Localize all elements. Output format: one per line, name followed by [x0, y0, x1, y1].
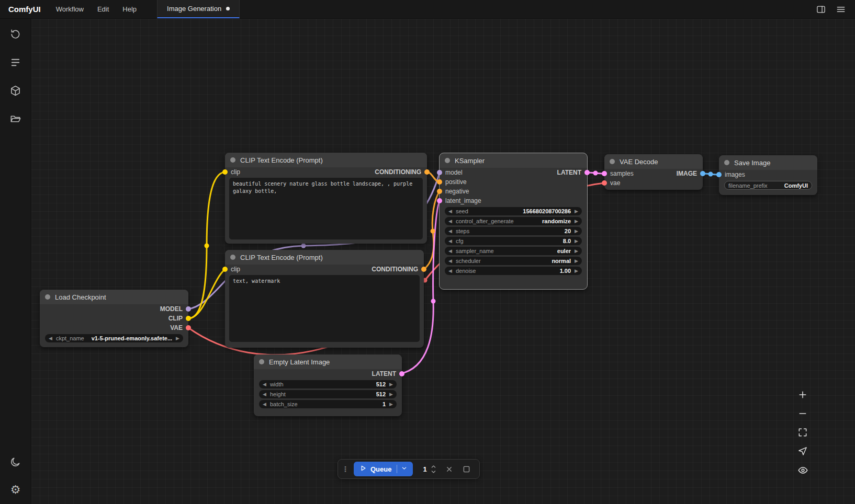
- increment-arrow-icon[interactable]: [575, 227, 578, 235]
- stepper-down-icon[interactable]: [431, 470, 436, 474]
- control-after-generate-widget[interactable]: control_after_generate randomize: [445, 217, 582, 225]
- workflow-history-icon[interactable]: [9, 27, 22, 41]
- workflows-folder-icon[interactable]: [9, 112, 22, 125]
- tab-image-generation[interactable]: Image Generation: [157, 0, 240, 18]
- prompt-textarea[interactable]: beautiful scenery nature glass bottle la…: [229, 178, 423, 239]
- fit-view-icon[interactable]: [796, 427, 809, 438]
- stepper-up-icon[interactable]: [431, 465, 436, 468]
- increment-arrow-icon[interactable]: [575, 247, 578, 255]
- decrement-arrow-icon[interactable]: [448, 257, 452, 265]
- collapse-dot[interactable]: [230, 157, 235, 163]
- increment-arrow-icon[interactable]: [575, 267, 578, 275]
- node-header[interactable]: CLIP Text Encode (Prompt): [225, 250, 424, 265]
- decrement-arrow-icon[interactable]: [263, 390, 266, 398]
- latent-image-input-port[interactable]: [437, 198, 442, 203]
- zoom-out-icon[interactable]: [796, 408, 809, 419]
- node-header[interactable]: Save Image: [719, 155, 817, 170]
- toggle-visibility-eye-icon[interactable]: [796, 464, 809, 476]
- seed-widget[interactable]: seed 156680208700286: [445, 207, 582, 215]
- increment-arrow-icon[interactable]: [389, 390, 393, 398]
- queue-list-icon[interactable]: [9, 55, 22, 69]
- conditioning-output-port[interactable]: [421, 267, 426, 272]
- decrement-arrow-icon[interactable]: [448, 247, 452, 255]
- node-header[interactable]: KSampler: [440, 153, 587, 168]
- drag-handle-icon[interactable]: ⋮: [342, 465, 349, 473]
- increment-arrow-icon[interactable]: [575, 207, 578, 215]
- decrement-arrow-icon[interactable]: [448, 217, 452, 225]
- collapse-dot[interactable]: [445, 158, 450, 163]
- theme-moon-icon[interactable]: [9, 455, 22, 468]
- conditioning-output-port[interactable]: [424, 169, 430, 175]
- positive-input-port[interactable]: [437, 179, 442, 185]
- stop-square-icon[interactable]: [460, 463, 473, 475]
- increment-arrow-icon[interactable]: [575, 217, 578, 225]
- node-vae-decode[interactable]: VAE Decode samples IMAGE vae: [604, 154, 703, 190]
- collapse-dot[interactable]: [45, 294, 50, 300]
- batch-size-widget[interactable]: batch_size 1: [259, 400, 397, 408]
- ckpt-name-widget[interactable]: ckpt_name v1-5-pruned-emaonly.safete...: [45, 334, 183, 342]
- node-save-image[interactable]: Save Image images filename_prefix ComfyU…: [719, 155, 817, 195]
- node-header[interactable]: Load Checkpoint: [40, 290, 188, 304]
- filename-prefix-widget[interactable]: filename_prefix ComfyUI: [724, 181, 812, 190]
- decrement-arrow-icon[interactable]: [448, 237, 452, 245]
- scheduler-widget[interactable]: scheduler normal: [445, 257, 582, 265]
- pan-pointer-icon[interactable]: [796, 445, 809, 457]
- node-header[interactable]: CLIP Text Encode (Prompt): [225, 153, 427, 167]
- negative-input-port[interactable]: [437, 189, 442, 194]
- image-output-port[interactable]: [700, 171, 705, 176]
- panel-toggle-icon[interactable]: [813, 3, 829, 16]
- latent-output-port[interactable]: [399, 371, 404, 376]
- model-library-cube-icon[interactable]: [9, 84, 22, 97]
- increment-arrow-icon[interactable]: [389, 400, 393, 408]
- collapse-dot[interactable]: [259, 359, 264, 364]
- denoise-widget[interactable]: denoise 1.00: [445, 267, 582, 275]
- model-output-port[interactable]: [186, 306, 191, 312]
- clip-input-port[interactable]: [222, 169, 228, 175]
- node-ksampler[interactable]: KSampler model LATENT positive negative …: [440, 153, 587, 289]
- node-clip-text-encode-negative[interactable]: CLIP Text Encode (Prompt) clip CONDITION…: [225, 250, 424, 348]
- increment-arrow-icon[interactable]: [575, 257, 578, 265]
- samples-input-port[interactable]: [602, 171, 607, 176]
- vae-input-port[interactable]: [602, 180, 607, 186]
- node-load-checkpoint[interactable]: Load Checkpoint MODEL CLIP VAE ckpt_name…: [40, 290, 188, 347]
- clear-queue-x-icon[interactable]: [443, 463, 456, 475]
- decrement-arrow-icon[interactable]: [448, 267, 452, 275]
- decrement-arrow-icon[interactable]: [49, 334, 52, 342]
- prompt-textarea[interactable]: text, watermark: [229, 275, 420, 342]
- increment-arrow-icon[interactable]: [176, 334, 179, 342]
- steps-widget[interactable]: steps 20: [445, 227, 582, 235]
- collapse-dot[interactable]: [230, 255, 235, 260]
- batch-count-stepper[interactable]: 1: [418, 462, 438, 476]
- queue-button[interactable]: Queue: [354, 462, 413, 476]
- model-input-port[interactable]: [437, 170, 442, 175]
- decrement-arrow-icon[interactable]: [263, 380, 266, 388]
- sampler-name-widget[interactable]: sampler_name euler: [445, 247, 582, 255]
- decrement-arrow-icon[interactable]: [448, 227, 452, 235]
- node-canvas[interactable]: Load Checkpoint MODEL CLIP VAE ckpt_name…: [31, 19, 855, 504]
- height-widget[interactable]: height 512: [259, 390, 397, 398]
- chevron-down-icon[interactable]: [401, 465, 408, 473]
- batch-count-value[interactable]: 1: [423, 465, 426, 473]
- latent-output-port[interactable]: [584, 170, 590, 175]
- menu-workflow[interactable]: Workflow: [49, 0, 91, 18]
- collapse-dot[interactable]: [724, 160, 729, 165]
- hamburger-menu-icon[interactable]: [833, 3, 849, 16]
- increment-arrow-icon[interactable]: [575, 237, 578, 245]
- increment-arrow-icon[interactable]: [389, 380, 393, 388]
- zoom-in-icon[interactable]: [796, 389, 809, 400]
- clip-output-port[interactable]: [186, 316, 191, 321]
- node-clip-text-encode-positive[interactable]: CLIP Text Encode (Prompt) clip CONDITION…: [225, 153, 427, 244]
- cfg-widget[interactable]: cfg 8.0: [445, 237, 582, 245]
- clip-input-port[interactable]: [222, 267, 228, 272]
- vae-output-port[interactable]: [186, 325, 191, 330]
- node-header[interactable]: VAE Decode: [604, 154, 703, 169]
- width-widget[interactable]: width 512: [259, 380, 397, 388]
- decrement-arrow-icon[interactable]: [448, 207, 452, 215]
- settings-gear-icon[interactable]: ⚙: [9, 483, 22, 497]
- node-header[interactable]: Empty Latent Image: [254, 354, 402, 369]
- collapse-dot[interactable]: [610, 159, 615, 164]
- node-empty-latent-image[interactable]: Empty Latent Image LATENT width 512 heig…: [254, 354, 402, 416]
- decrement-arrow-icon[interactable]: [263, 400, 266, 408]
- menu-edit[interactable]: Edit: [91, 0, 116, 18]
- images-input-port[interactable]: [716, 172, 722, 177]
